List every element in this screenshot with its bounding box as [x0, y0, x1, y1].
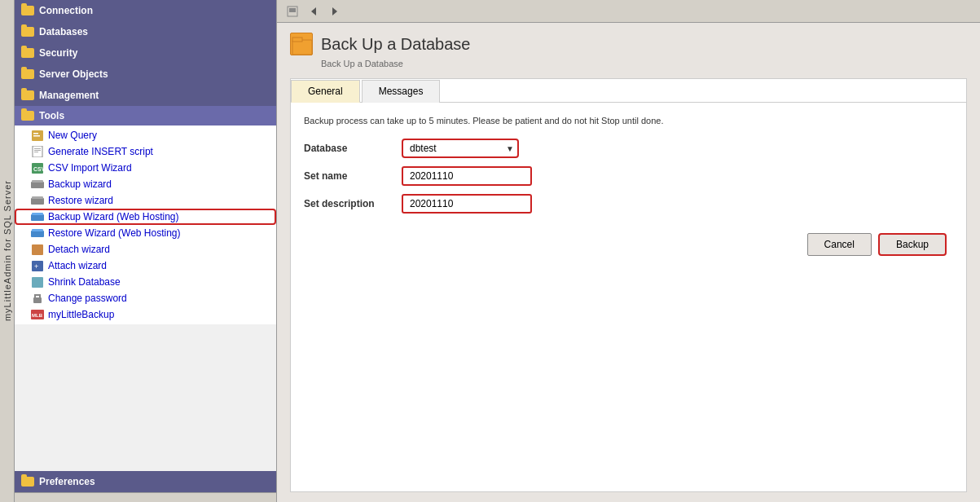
script-icon: [31, 146, 44, 157]
label-database: Database: [304, 143, 402, 154]
folder-icon: [21, 477, 34, 487]
svg-rect-17: [32, 244, 43, 255]
set-description-input[interactable]: [402, 194, 532, 214]
detach-icon: [31, 244, 44, 255]
content-area: Back Up a Database Back Up a Database Ge…: [277, 23, 980, 502]
sidebar-spacer: [15, 324, 276, 471]
svg-rect-1: [33, 133, 38, 134]
database-select-wrapper: dbtest master model msdb ▼: [402, 139, 519, 158]
form-body: Backup process can take up to 5 minutes.…: [291, 103, 966, 269]
form-panel: General Messages Backup process can take…: [290, 78, 967, 492]
sidebar-item-my-little-backup[interactable]: MLB myLittleBackup: [15, 306, 276, 323]
sidebar-item-change-password[interactable]: Change password: [15, 290, 276, 306]
sidebar-inner: Connection Databases Security Server Obj…: [15, 0, 276, 502]
form-row-set-name: Set name: [304, 166, 953, 186]
svg-text:MLB: MLB: [32, 313, 43, 318]
tab-messages[interactable]: Messages: [362, 80, 441, 103]
folder-icon: [21, 27, 34, 37]
label-set-name: Set name: [304, 170, 402, 182]
sidebar-vertical-label: myLittleAdmin for SQL Server: [0, 0, 15, 502]
svg-rect-20: [32, 277, 43, 288]
page-icon: [290, 33, 313, 55]
csv-icon: CSV: [31, 162, 44, 174]
sidebar-item-preferences[interactable]: Preferences: [15, 471, 276, 492]
folder-icon: [21, 69, 34, 79]
svg-rect-22: [35, 295, 40, 299]
svg-rect-29: [292, 40, 312, 55]
svg-rect-30: [292, 37, 302, 42]
folder-icon: [21, 111, 34, 121]
page-title: Back Up a Database: [321, 35, 470, 54]
main-content: Back Up a Database Back Up a Database Ge…: [277, 0, 980, 502]
form-row-set-description: Set description: [304, 194, 953, 214]
tab-general[interactable]: General: [291, 80, 360, 103]
page-header: Back Up a Database: [290, 33, 967, 55]
svg-rect-26: [289, 8, 296, 12]
label-set-description: Set description: [304, 198, 402, 209]
form-buttons: Cancel Backup: [304, 233, 953, 256]
password-icon: [31, 293, 44, 304]
svg-marker-27: [311, 7, 316, 15]
set-description-wrapper: [402, 194, 532, 214]
sidebar-item-backup-wizard[interactable]: Backup wizard: [15, 176, 276, 192]
svg-rect-13: [31, 214, 44, 221]
set-name-input[interactable]: [402, 166, 532, 186]
sidebar-item-restore-wizard[interactable]: Restore wizard: [15, 192, 276, 209]
sidebar-item-management[interactable]: Management: [15, 85, 276, 106]
svg-text:CSV: CSV: [33, 166, 43, 172]
svg-rect-4: [34, 148, 41, 149]
restore-icon: [31, 195, 44, 206]
svg-rect-14: [32, 213, 43, 215]
tabs-row: General Messages: [291, 79, 966, 103]
sidebar-item-restore-wizard-web[interactable]: Restore Wizard (Web Hosting): [15, 225, 276, 241]
sidebar-item-security[interactable]: Security: [15, 42, 276, 64]
toolbar-button-back[interactable]: [305, 3, 323, 20]
database-select-container[interactable]: dbtest master model msdb ▼: [402, 139, 519, 158]
sidebar-item-shrink-database[interactable]: Shrink Database: [15, 274, 276, 290]
toolbar-button-1[interactable]: [283, 3, 301, 20]
info-text: Backup process can take up to 5 minutes.…: [304, 116, 953, 126]
svg-marker-28: [332, 7, 337, 15]
query-icon: [31, 130, 44, 141]
cancel-button[interactable]: Cancel: [807, 233, 872, 256]
folder-icon: [21, 6, 34, 15]
sidebar-item-server-objects[interactable]: Server Objects: [15, 64, 276, 85]
sidebar: myLittleAdmin for SQL Server Connection …: [0, 0, 277, 502]
folder-icon: [21, 90, 34, 100]
svg-text:+: +: [34, 262, 38, 271]
svg-rect-16: [32, 229, 43, 231]
svg-rect-2: [33, 135, 40, 137]
restore-web-icon: [31, 227, 44, 239]
tools-items-list: New Query Generate INSERT script CSV CSV…: [15, 126, 276, 324]
attach-icon: +: [31, 260, 44, 271]
sidebar-tools-header[interactable]: Tools: [15, 106, 276, 126]
backup-icon: [31, 178, 44, 190]
sidebar-item-connection[interactable]: Connection: [15, 0, 276, 21]
set-name-wrapper: [402, 166, 532, 186]
toolbar: [277, 0, 980, 23]
sidebar-item-csv-import[interactable]: CSV CSV Import Wizard: [15, 160, 276, 176]
sidebar-item-databases[interactable]: Databases: [15, 21, 276, 42]
sidebar-item-backup-wizard-web[interactable]: Backup Wizard (Web Hosting): [15, 209, 276, 225]
backup-button[interactable]: Backup: [878, 233, 947, 256]
sidebar-item-new-query[interactable]: New Query: [15, 127, 276, 143]
sidebar-scrollbar[interactable]: [15, 492, 276, 502]
folder-icon: [21, 48, 34, 58]
blue-backup-icon: [31, 211, 44, 222]
database-select[interactable]: dbtest master model msdb: [403, 140, 517, 156]
svg-rect-10: [32, 180, 43, 183]
svg-rect-5: [34, 150, 41, 151]
shrink-icon: [31, 276, 44, 288]
svg-rect-9: [31, 182, 44, 188]
svg-rect-15: [31, 231, 44, 237]
page-subtitle: Back Up a Database: [321, 59, 967, 68]
sidebar-item-detach-wizard[interactable]: Detach wizard: [15, 241, 276, 258]
svg-rect-6: [34, 152, 38, 152]
toolbar-button-forward[interactable]: [326, 3, 344, 20]
svg-rect-12: [32, 196, 43, 199]
form-row-database: Database dbtest master model msdb ▼: [304, 139, 953, 158]
sidebar-item-generate-insert[interactable]: Generate INSERT script: [15, 143, 276, 160]
svg-rect-11: [31, 198, 44, 205]
mlb-icon: MLB: [31, 309, 44, 320]
sidebar-item-attach-wizard[interactable]: + Attach wizard: [15, 258, 276, 274]
